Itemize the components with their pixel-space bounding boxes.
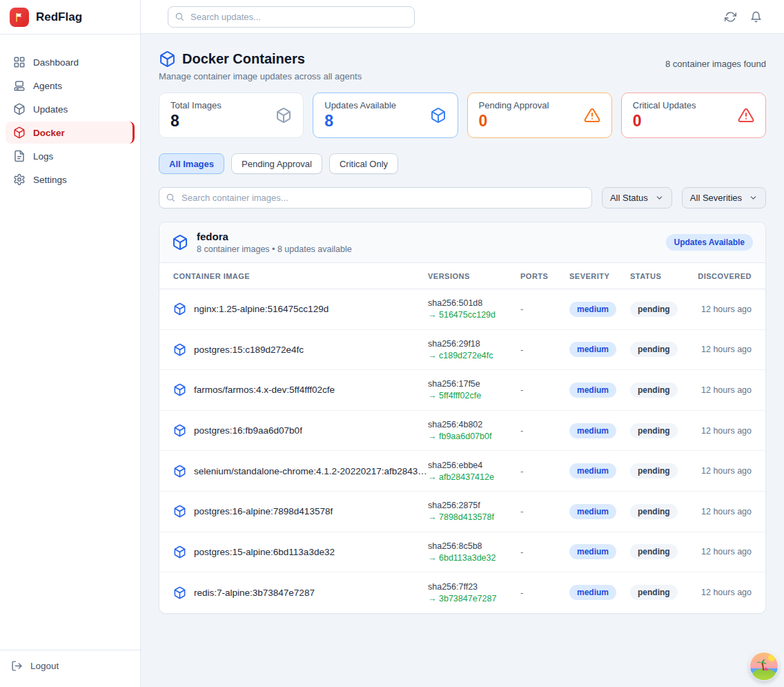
updates-available-badge: Updates Available	[666, 234, 753, 251]
table-row[interactable]: selenium/standalone-chrome:4.1.2-2022021…	[159, 451, 765, 492]
file-icon	[13, 150, 26, 162]
status-badge: pending	[630, 544, 678, 559]
alert-triangle-icon	[584, 107, 600, 124]
container-image-name: postgres:16:fb9aa6d07b0f	[194, 425, 302, 436]
group-summary: 8 container images • 8 updates available	[197, 244, 352, 254]
stat-critical-updates: Critical Updates 0	[621, 93, 766, 138]
sidebar-item-label: Docker	[33, 128, 65, 138]
discovered-time: 12 hours ago	[695, 426, 752, 436]
column-header: CONTAINER IMAGE	[173, 272, 428, 280]
ports: -	[520, 385, 569, 395]
discovered-time: 12 hours ago	[695, 547, 752, 557]
sidebar-item-agents[interactable]: Agents	[6, 75, 135, 97]
table-row[interactable]: nginx:1.25-alpine:516475cc129d sha256:50…	[159, 289, 765, 330]
version-current: sha256:29f18	[428, 339, 520, 349]
sidebar-item-label: Agents	[33, 81, 62, 91]
column-header: DISCOVERED	[695, 272, 752, 280]
stat-total-images: Total Images 8	[159, 93, 304, 138]
table-row[interactable]: postgres:16-alpine:7898d413578f sha256:2…	[159, 492, 765, 532]
package-icon	[13, 103, 26, 115]
table-row[interactable]: redis:7-alpine:3b73847e7287 sha256:7ff23…	[159, 572, 765, 613]
severity-badge: medium	[569, 423, 616, 438]
ports: -	[520, 304, 569, 314]
logout-button[interactable]: Logout	[11, 660, 129, 672]
column-header: STATUS	[630, 272, 695, 280]
refresh-icon[interactable]	[725, 11, 736, 23]
sidebar-item-dashboard[interactable]: Dashboard	[6, 51, 135, 73]
sidebar-item-label: Settings	[33, 175, 67, 185]
package-icon	[13, 126, 26, 139]
package-icon	[173, 586, 186, 599]
result-count: 8 container images found	[665, 59, 766, 69]
alert-triangle-icon	[738, 107, 754, 124]
tropical-island-icon	[749, 652, 778, 681]
table-row[interactable]: postgres:15-alpine:6bd113a3de32 sha256:8…	[159, 532, 765, 573]
table-header: CONTAINER IMAGE VERSIONS PORTS SEVERITY …	[159, 263, 765, 289]
ports: -	[520, 588, 569, 598]
sidebar-item-label: Logs	[33, 151, 53, 162]
grid-icon	[13, 56, 26, 68]
sidebar-item-logs[interactable]: Logs	[6, 145, 135, 167]
global-search	[168, 6, 415, 28]
stat-value: 8	[170, 112, 222, 130]
status-badge: pending	[630, 585, 678, 600]
version-current: sha256:7ff23	[428, 582, 520, 592]
table-row[interactable]: postgres:16:fb9aa6d07b0f sha256:4b802 → …	[159, 411, 765, 452]
gear-icon	[13, 173, 26, 186]
package-icon	[173, 424, 186, 437]
discovered-time: 12 hours ago	[695, 466, 752, 476]
tab-all-images[interactable]: All Images	[159, 153, 224, 174]
chevron-down-icon	[655, 193, 664, 202]
island-widget-button[interactable]	[749, 652, 778, 681]
package-icon	[173, 302, 186, 316]
version-current: sha256:ebbe4	[428, 461, 520, 470]
severity-badge: medium	[569, 504, 616, 519]
status-badge: pending	[630, 383, 678, 398]
version-new: → afb28437412e	[428, 472, 520, 482]
bell-icon[interactable]	[750, 11, 762, 23]
stat-updates-available: Updates Available 8	[313, 93, 458, 138]
filter-tabs: All Images Pending Approval Critical Onl…	[159, 153, 766, 174]
column-header: VERSIONS	[428, 272, 520, 280]
image-search-input[interactable]	[159, 187, 592, 209]
group-name: fedora	[197, 231, 352, 242]
sidebar-item-settings[interactable]: Settings	[6, 168, 135, 191]
version-new: → 516475cc129d	[428, 310, 520, 320]
stat-value: 0	[633, 112, 696, 130]
tab-pending-approval[interactable]: Pending Approval	[231, 153, 322, 174]
logout-icon	[11, 660, 23, 672]
severity-badge: medium	[569, 544, 616, 559]
table-row[interactable]: farmos/farmos:4.x-dev:5ff4fff02cfe sha25…	[159, 370, 765, 411]
group-header: fedora 8 container images • 8 updates av…	[159, 222, 765, 263]
status-badge: pending	[630, 504, 678, 519]
container-image-name: postgres:15:c189d272e4fc	[194, 345, 304, 355]
global-search-input[interactable]	[168, 6, 415, 28]
sidebar-item-docker[interactable]: Docker	[6, 122, 135, 144]
stat-label: Pending Approval	[479, 100, 549, 110]
severity-select[interactable]: All Severities	[682, 187, 766, 209]
status-select[interactable]: All Status	[602, 187, 672, 209]
content-area: Docker Containers Manage container image…	[141, 34, 784, 687]
sidebar-item-updates[interactable]: Updates	[6, 98, 135, 120]
package-icon	[430, 107, 447, 124]
version-current: sha256:4b802	[428, 420, 520, 429]
docker-package-icon	[159, 50, 176, 68]
version-current: sha256:2875f	[428, 501, 520, 510]
image-search	[159, 187, 592, 209]
stats-row: Total Images 8 Updates Available 8 Pendi…	[159, 93, 766, 138]
image-group-card: fedora 8 container images • 8 updates av…	[159, 222, 766, 614]
tab-critical-only[interactable]: Critical Only	[329, 153, 398, 174]
sidebar-item-label: Dashboard	[33, 57, 79, 68]
stat-value: 0	[479, 112, 549, 130]
severity-badge: medium	[569, 463, 616, 478]
column-header: PORTS	[520, 272, 569, 280]
version-new: → 6bd113a3de32	[428, 553, 520, 563]
severity-badge: medium	[569, 383, 616, 398]
severity-badge: medium	[569, 302, 616, 317]
ports: -	[520, 425, 569, 436]
table-row[interactable]: postgres:15:c189d272e4fc sha256:29f18 → …	[159, 330, 765, 371]
sidebar-nav: Dashboard Agents Updates Docker Logs Set…	[0, 35, 140, 650]
page-subtitle: Manage container image updates across al…	[159, 71, 362, 81]
severity-badge: medium	[569, 342, 616, 357]
package-icon	[173, 465, 186, 478]
